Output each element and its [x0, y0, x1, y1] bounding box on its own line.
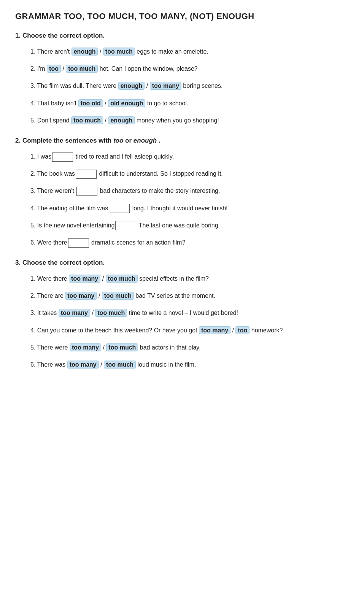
s3-2-opt1[interactable]: too many [65, 292, 97, 300]
s2-6-input[interactable] [68, 238, 89, 248]
s1-item-1: 1. There aren't enough / too much eggs t… [30, 46, 349, 57]
s2-item-4: 4. The ending of the film was long. I th… [30, 203, 349, 213]
s1-4-opt1[interactable]: too old [78, 99, 103, 107]
section-2-title: 2. Complete the sentences with too or en… [15, 137, 349, 145]
s3-6-pre: 6. There was [30, 361, 67, 368]
s3-item-2: 2. There are too many / too much bad TV … [30, 291, 349, 301]
s2-2-input[interactable] [76, 170, 97, 179]
s1-3-opt1[interactable]: enough [118, 82, 145, 90]
s1-1-slash: / [98, 48, 103, 55]
s2-6-post: dramatic scenes for an action film? [90, 239, 186, 246]
s3-1-opt2[interactable]: too much [106, 275, 138, 283]
s3-4-slash: / [230, 327, 235, 334]
s2-6-pre: 6. Were there [30, 239, 67, 246]
s3-6-opt1[interactable]: too many [67, 361, 99, 369]
s2-2-pre: 2. The book was [30, 170, 75, 177]
s1-item-2: 2. I'm too / too much hot. Can I open th… [30, 64, 349, 74]
s2-5-pre: 5. Is the new novel entertaining [30, 222, 114, 229]
s3-5-opt2[interactable]: too much [106, 343, 138, 351]
s3-5-opt1[interactable]: too many [70, 343, 101, 351]
s3-3-opt1[interactable]: too many [59, 309, 90, 317]
s3-2-slash: / [97, 292, 102, 299]
s2-5-post: The last one was quite boring. [137, 222, 220, 229]
s3-item-1: 1. Were there too many / too much specia… [30, 273, 349, 284]
s1-4-post: to go to school. [145, 100, 188, 106]
s2-3-pre: 3. There weren't [30, 187, 76, 194]
s1-1-pre: 1. There aren't [30, 48, 72, 55]
s2-2-post: difficult to understand. So I stopped re… [97, 170, 223, 177]
s3-1-pre: 1. Were there [30, 275, 69, 282]
s3-3-post: time to write a novel – I would get bore… [127, 310, 238, 316]
s3-item-3: 3. It takes too many / too much time to … [30, 308, 349, 318]
s2-1-post: tired to read and I fell asleep quickly. [74, 153, 174, 160]
s3-4-post: homework? [250, 327, 283, 334]
s3-4-opt2[interactable]: too [235, 326, 250, 334]
s3-item-6: 6. There was too many / too much loud mu… [30, 359, 349, 370]
s3-5-post: bad actors in that play. [138, 344, 200, 351]
s2-item-3: 3. There weren't bad characters to make … [30, 186, 349, 196]
s3-6-slash: / [99, 361, 104, 368]
s3-6-opt2[interactable]: too much [104, 361, 136, 369]
s3-item-4: 4. Can you come to the beach this weeken… [30, 325, 349, 335]
s3-1-post: special effects in the film? [138, 275, 209, 282]
s3-1-opt1[interactable]: too many [69, 275, 100, 283]
s1-5-pre: 5. Don't spend [30, 117, 71, 124]
s3-3-slash: / [90, 310, 95, 316]
s1-2-opt1[interactable]: too [47, 65, 61, 73]
s2-item-5: 5. Is the new novel entertaining The las… [30, 220, 349, 230]
s1-1-opt1[interactable]: enough [72, 48, 98, 56]
s2-3-input[interactable] [76, 187, 97, 196]
s2-1-pre: 1. I was [30, 153, 51, 160]
s3-2-pre: 2. There are [30, 292, 65, 299]
s2-4-post: long. I thought it would never finish! [130, 205, 227, 211]
page-title: GRAMMAR TOO, TOO MUCH, TOO MANY, (NOT) E… [15, 11, 349, 21]
s2-5-input[interactable] [115, 221, 136, 230]
s2-4-input[interactable] [109, 204, 130, 213]
s1-3-opt2[interactable]: too many [150, 82, 181, 90]
s3-4-opt1[interactable]: too many [199, 326, 230, 334]
s1-5-opt2[interactable]: enough [108, 116, 135, 124]
s2-item-6: 6. Were there dramatic scenes for an act… [30, 237, 349, 248]
s1-5-post: money when you go shopping! [135, 117, 219, 124]
s3-1-slash: / [100, 275, 105, 282]
s2-4-pre: 4. The ending of the film was [30, 205, 108, 211]
s3-5-slash: / [101, 344, 106, 351]
s1-3-pre: 3. The film was dull. There were [30, 83, 118, 89]
section-2: 2. Complete the sentences with too or en… [15, 137, 349, 248]
s1-item-4: 4. That baby isn't too old / old enough … [30, 98, 349, 108]
s1-3-post: boring scenes. [181, 83, 223, 89]
s2-3-post: bad characters to make the story interes… [98, 187, 220, 194]
s1-2-pre: 2. I'm [30, 65, 47, 72]
s1-4-slash: / [103, 100, 108, 106]
s1-2-opt2[interactable]: too much [66, 65, 98, 73]
s2-1-input[interactable] [52, 153, 73, 162]
s3-5-pre: 5. There were [30, 344, 70, 351]
s1-1-post: eggs to make an omelette. [135, 48, 208, 55]
s1-item-5: 5. Don't spend too much / enough money w… [30, 115, 349, 126]
s1-3-slash: / [145, 83, 149, 89]
section-3: 3. Choose the correct option. 1. Were th… [15, 259, 349, 370]
s2-item-2: 2. The book was difficult to understand.… [30, 168, 349, 179]
s1-1-opt2[interactable]: too much [103, 48, 135, 56]
s3-2-post: bad TV series at the moment. [134, 292, 215, 299]
section-1-title: 1. Choose the correct option. [15, 32, 349, 40]
s3-3-opt2[interactable]: too much [95, 309, 127, 317]
s3-4-pre: 4. Can you come to the beach this weeken… [30, 327, 199, 334]
s1-item-3: 3. The film was dull. There were enough … [30, 81, 349, 91]
section-3-title: 3. Choose the correct option. [15, 259, 349, 267]
s1-4-opt2[interactable]: old enough [108, 99, 145, 107]
s3-2-opt2[interactable]: too much [102, 292, 134, 300]
s3-6-post: loud music in the film. [136, 361, 196, 368]
s1-4-pre: 4. That baby isn't [30, 100, 78, 106]
s2-item-1: 1. I was tired to read and I fell asleep… [30, 151, 349, 162]
s1-2-slash: / [61, 65, 66, 72]
s3-item-5: 5. There were too many / too much bad ac… [30, 342, 349, 353]
s1-2-post: hot. Can I open the window, please? [98, 65, 197, 72]
section-1: 1. Choose the correct option. 1. There a… [15, 32, 349, 126]
s3-3-pre: 3. It takes [30, 310, 59, 316]
s1-5-slash: / [103, 117, 108, 124]
s1-5-opt1[interactable]: too much [71, 116, 103, 124]
